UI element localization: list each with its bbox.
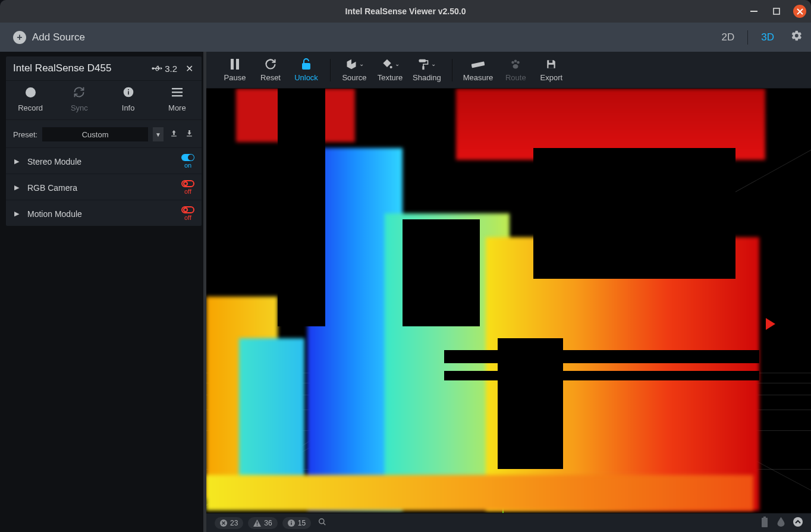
battery-icon [760, 517, 769, 529]
window-title-bar: Intel RealSense Viewer v2.50.0 [0, 0, 811, 23]
toggle-state: on [184, 162, 191, 169]
device-close-button[interactable]: ✕ [186, 63, 193, 74]
shading-label: Shading [413, 73, 441, 82]
svg-point-19 [512, 61, 515, 64]
device-name: Intel RealSense D455 [13, 62, 111, 74]
toggle-pill-icon [181, 180, 194, 187]
module-rgb[interactable]: ▶ RGB Camera off [6, 174, 202, 200]
svg-rect-10 [171, 136, 177, 136]
info-label: Info [122, 103, 135, 112]
module-toggle[interactable]: off [181, 180, 194, 195]
sync-icon [73, 86, 85, 99]
close-button[interactable] [793, 5, 806, 18]
main-area: Intel RealSense D455 3.2 ✕ Record [0, 52, 811, 532]
pause-label: Pause [224, 73, 246, 82]
sync-label: Sync [71, 103, 88, 112]
route-button: Route [502, 58, 529, 82]
toggle-state: off [184, 188, 191, 195]
search-icon[interactable] [318, 518, 326, 528]
more-button[interactable]: More [153, 86, 202, 112]
record-icon [26, 86, 36, 99]
warning-icon [253, 520, 261, 527]
status-counters: 23 36 15 [215, 517, 326, 529]
toolbar-separator [330, 59, 331, 81]
module-motion[interactable]: ▶ Motion Module off [6, 200, 202, 226]
window-title: Intel RealSense Viewer v2.50.0 [345, 7, 466, 16]
3d-canvas[interactable] [206, 89, 811, 513]
x-axis-arrow-icon [766, 318, 775, 330]
preset-select[interactable]: Custom [42, 127, 148, 141]
pause-button[interactable]: Pause [222, 58, 248, 82]
source-button[interactable]: ⌄ Source [341, 58, 367, 82]
info-count-pill[interactable]: 15 [282, 517, 311, 529]
upload-preset-icon[interactable] [168, 129, 179, 140]
minimize-button[interactable] [748, 5, 760, 17]
reset-icon [265, 58, 276, 71]
info-button[interactable]: Info [104, 86, 153, 112]
measure-label: Measure [463, 73, 493, 82]
svg-rect-7 [172, 88, 183, 89]
svg-point-2 [152, 67, 155, 70]
add-source-button[interactable]: + Add Source [0, 23, 206, 52]
svg-point-22 [513, 64, 518, 69]
download-preset-icon[interactable] [184, 129, 194, 140]
svg-point-32 [319, 519, 324, 524]
record-button[interactable]: Record [6, 86, 55, 112]
expand-up-icon[interactable] [793, 517, 803, 528]
toolbar-separator [452, 59, 452, 81]
cube-icon: ⌄ [345, 58, 364, 71]
info-icon [288, 520, 295, 527]
module-label: Motion Module [27, 209, 82, 219]
pause-icon [230, 58, 240, 71]
device-panel: Intel RealSense D455 3.2 ✕ Record [6, 56, 202, 226]
plus-circle-icon: + [13, 31, 26, 44]
svg-rect-31 [291, 521, 292, 522]
unlock-icon [301, 58, 311, 71]
sync-button[interactable]: Sync [55, 86, 103, 112]
view-2d-button[interactable]: 2D [719, 30, 737, 45]
error-count-pill[interactable]: 23 [215, 517, 243, 529]
shading-button[interactable]: ⌄ Shading [413, 58, 441, 82]
expand-caret-icon: ▶ [14, 210, 19, 218]
save-icon [546, 58, 557, 71]
export-button[interactable]: Export [538, 58, 564, 82]
droplet-icon [777, 517, 785, 528]
record-label: Record [18, 103, 43, 112]
warning-count: 36 [264, 519, 272, 527]
usb-icon [152, 64, 162, 73]
module-toggle[interactable]: off [181, 206, 194, 221]
more-label: More [168, 103, 186, 112]
preset-value: Custom [82, 130, 109, 139]
svg-rect-30 [291, 522, 292, 525]
reset-button[interactable]: Reset [257, 58, 284, 82]
reset-label: Reset [260, 73, 281, 82]
top-bar: + Add Source 2D 3D [0, 23, 811, 52]
svg-rect-14 [302, 63, 310, 70]
measure-button[interactable]: Measure [463, 58, 493, 82]
svg-rect-0 [750, 11, 757, 12]
export-label: Export [540, 73, 563, 82]
maximize-button[interactable] [771, 5, 782, 17]
svg-rect-1 [774, 8, 779, 14]
roller-icon: ⌄ [417, 58, 436, 71]
unlock-button[interactable]: Unlock [293, 58, 319, 82]
hamburger-icon [172, 86, 183, 99]
svg-rect-16 [419, 59, 426, 62]
viewer-toolbar: Pause Reset Unlock [206, 52, 811, 89]
texture-button[interactable]: ⌄ Texture [377, 58, 403, 82]
view-3d-button[interactable]: 3D [759, 30, 777, 45]
warning-count-pill[interactable]: 36 [248, 517, 277, 529]
view-mode-controls: 2D 3D [719, 30, 803, 45]
expand-caret-icon: ▶ [14, 184, 19, 191]
svg-rect-11 [187, 136, 192, 136]
settings-gear-icon[interactable] [791, 30, 803, 45]
module-toggle[interactable]: on [181, 154, 194, 169]
status-bar: 23 36 15 [206, 513, 811, 532]
svg-rect-18 [471, 61, 485, 68]
svg-rect-34 [762, 518, 768, 527]
toggle-pill-icon [181, 154, 194, 161]
module-stereo[interactable]: ▶ Stereo Module on [6, 147, 202, 174]
sidebar: Intel RealSense D455 3.2 ✕ Record [0, 52, 206, 532]
preset-dropdown-caret[interactable]: ▼ [153, 127, 164, 141]
svg-rect-8 [172, 92, 183, 93]
